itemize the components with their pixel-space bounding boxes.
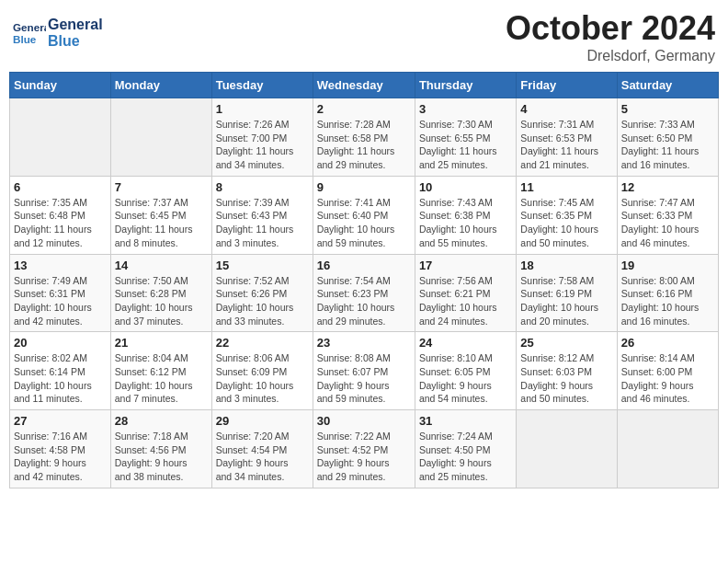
day-number: 27 (14, 414, 107, 428)
calendar-cell: 31Sunrise: 7:24 AM Sunset: 4:50 PM Dayli… (415, 410, 516, 488)
page-header: General Blue General Blue October 2024 D… (9, 9, 719, 64)
day-number: 3 (419, 102, 512, 116)
calendar-cell: 1Sunrise: 7:26 AM Sunset: 7:00 PM Daylig… (211, 98, 313, 177)
day-number: 4 (520, 102, 612, 116)
calendar-cell: 22Sunrise: 8:06 AM Sunset: 6:09 PM Dayli… (211, 332, 313, 410)
day-info: Sunrise: 7:47 AM Sunset: 6:33 PM Dayligh… (621, 196, 714, 250)
day-number: 18 (520, 259, 612, 272)
weekday-header: Sunday (10, 73, 111, 98)
calendar-cell: 6Sunrise: 7:35 AM Sunset: 6:48 PM Daylig… (10, 176, 111, 254)
day-info: Sunrise: 7:31 AM Sunset: 6:53 PM Dayligh… (520, 118, 612, 172)
calendar-cell: 2Sunrise: 7:28 AM Sunset: 6:58 PM Daylig… (313, 98, 415, 177)
weekday-header: Friday (517, 73, 617, 98)
calendar-cell: 8Sunrise: 7:39 AM Sunset: 6:43 PM Daylig… (211, 176, 313, 254)
day-info: Sunrise: 7:16 AM Sunset: 4:58 PM Dayligh… (14, 430, 107, 484)
day-number: 11 (520, 180, 612, 194)
calendar-cell: 7Sunrise: 7:37 AM Sunset: 6:45 PM Daylig… (110, 176, 211, 254)
day-info: Sunrise: 7:49 AM Sunset: 6:31 PM Dayligh… (14, 274, 107, 328)
day-number: 19 (621, 259, 714, 272)
day-info: Sunrise: 7:20 AM Sunset: 4:54 PM Dayligh… (216, 430, 309, 484)
day-number: 13 (14, 259, 107, 272)
day-info: Sunrise: 7:33 AM Sunset: 6:50 PM Dayligh… (621, 118, 714, 172)
day-info: Sunrise: 7:45 AM Sunset: 6:35 PM Dayligh… (520, 196, 612, 250)
day-info: Sunrise: 7:54 AM Sunset: 6:23 PM Dayligh… (317, 274, 411, 328)
calendar-cell: 4Sunrise: 7:31 AM Sunset: 6:53 PM Daylig… (517, 98, 617, 177)
day-number: 17 (419, 259, 512, 272)
location: Drelsdorf, Germany (506, 48, 715, 64)
day-number: 6 (14, 180, 107, 194)
title-block: October 2024 Drelsdorf, Germany (506, 9, 715, 64)
day-info: Sunrise: 7:37 AM Sunset: 6:45 PM Dayligh… (115, 196, 208, 250)
day-info: Sunrise: 8:14 AM Sunset: 6:00 PM Dayligh… (621, 351, 714, 406)
calendar-cell: 11Sunrise: 7:45 AM Sunset: 6:35 PM Dayli… (517, 176, 617, 254)
day-number: 22 (216, 336, 309, 350)
day-info: Sunrise: 8:00 AM Sunset: 6:16 PM Dayligh… (621, 274, 714, 328)
day-number: 8 (216, 180, 309, 194)
day-info: Sunrise: 7:30 AM Sunset: 6:55 PM Dayligh… (419, 118, 512, 172)
calendar-cell: 17Sunrise: 7:56 AM Sunset: 6:21 PM Dayli… (415, 254, 516, 332)
day-number: 9 (317, 180, 411, 194)
calendar-cell (10, 98, 111, 177)
day-number: 12 (621, 180, 714, 194)
day-number: 21 (115, 336, 208, 350)
day-info: Sunrise: 8:02 AM Sunset: 6:14 PM Dayligh… (14, 351, 107, 406)
day-info: Sunrise: 7:39 AM Sunset: 6:43 PM Dayligh… (216, 196, 309, 250)
calendar-cell: 25Sunrise: 8:12 AM Sunset: 6:03 PM Dayli… (517, 332, 617, 410)
day-info: Sunrise: 7:52 AM Sunset: 6:26 PM Dayligh… (216, 274, 309, 328)
logo: General Blue General Blue (13, 17, 103, 50)
calendar-cell: 30Sunrise: 7:22 AM Sunset: 4:52 PM Dayli… (313, 410, 415, 488)
calendar-cell: 24Sunrise: 8:10 AM Sunset: 6:05 PM Dayli… (415, 332, 516, 410)
day-number: 2 (317, 102, 411, 116)
day-info: Sunrise: 8:12 AM Sunset: 6:03 PM Dayligh… (520, 351, 612, 406)
calendar-cell (517, 410, 617, 488)
day-number: 23 (317, 336, 411, 350)
calendar-cell: 15Sunrise: 7:52 AM Sunset: 6:26 PM Dayli… (211, 254, 313, 332)
svg-text:Blue: Blue (13, 33, 37, 45)
day-info: Sunrise: 7:26 AM Sunset: 7:00 PM Dayligh… (216, 118, 309, 172)
day-info: Sunrise: 7:28 AM Sunset: 6:58 PM Dayligh… (317, 118, 411, 172)
calendar-cell: 5Sunrise: 7:33 AM Sunset: 6:50 PM Daylig… (617, 98, 718, 177)
day-info: Sunrise: 7:43 AM Sunset: 6:38 PM Dayligh… (419, 196, 512, 250)
day-info: Sunrise: 7:22 AM Sunset: 4:52 PM Dayligh… (317, 430, 411, 484)
svg-text:General: General (13, 21, 46, 33)
calendar-table: SundayMondayTuesdayWednesdayThursdayFrid… (9, 72, 719, 488)
calendar-cell: 16Sunrise: 7:54 AM Sunset: 6:23 PM Dayli… (313, 254, 415, 332)
day-info: Sunrise: 7:50 AM Sunset: 6:28 PM Dayligh… (115, 274, 208, 328)
calendar-cell: 13Sunrise: 7:49 AM Sunset: 6:31 PM Dayli… (10, 254, 111, 332)
calendar-cell: 23Sunrise: 8:08 AM Sunset: 6:07 PM Dayli… (313, 332, 415, 410)
calendar-cell: 19Sunrise: 8:00 AM Sunset: 6:16 PM Dayli… (617, 254, 718, 332)
day-number: 30 (317, 414, 411, 428)
weekday-header: Wednesday (313, 73, 415, 98)
day-number: 29 (216, 414, 309, 428)
day-number: 15 (216, 259, 309, 272)
day-number: 26 (621, 336, 714, 350)
day-info: Sunrise: 7:35 AM Sunset: 6:48 PM Dayligh… (14, 196, 107, 250)
day-number: 14 (115, 259, 208, 272)
day-info: Sunrise: 8:08 AM Sunset: 6:07 PM Dayligh… (317, 351, 411, 406)
calendar-cell: 29Sunrise: 7:20 AM Sunset: 4:54 PM Dayli… (211, 410, 313, 488)
day-number: 28 (115, 414, 208, 428)
calendar-cell (617, 410, 718, 488)
day-number: 5 (621, 102, 714, 116)
weekday-header: Thursday (415, 73, 516, 98)
day-info: Sunrise: 8:06 AM Sunset: 6:09 PM Dayligh… (216, 351, 309, 406)
logo-general: General (48, 17, 103, 33)
logo-icon: General Blue (13, 17, 46, 50)
calendar-cell: 14Sunrise: 7:50 AM Sunset: 6:28 PM Dayli… (110, 254, 211, 332)
weekday-header: Monday (110, 73, 211, 98)
day-number: 24 (419, 336, 512, 350)
calendar-cell: 26Sunrise: 8:14 AM Sunset: 6:00 PM Dayli… (617, 332, 718, 410)
calendar-cell: 12Sunrise: 7:47 AM Sunset: 6:33 PM Dayli… (617, 176, 718, 254)
calendar-cell: 28Sunrise: 7:18 AM Sunset: 4:56 PM Dayli… (110, 410, 211, 488)
day-number: 31 (419, 414, 512, 428)
day-number: 7 (115, 180, 208, 194)
month-title: October 2024 (506, 9, 715, 48)
day-info: Sunrise: 7:41 AM Sunset: 6:40 PM Dayligh… (317, 196, 411, 250)
day-number: 20 (14, 336, 107, 350)
day-info: Sunrise: 7:18 AM Sunset: 4:56 PM Dayligh… (115, 430, 208, 484)
day-number: 16 (317, 259, 411, 272)
calendar-cell: 3Sunrise: 7:30 AM Sunset: 6:55 PM Daylig… (415, 98, 516, 177)
calendar-cell: 18Sunrise: 7:58 AM Sunset: 6:19 PM Dayli… (517, 254, 617, 332)
day-info: Sunrise: 7:58 AM Sunset: 6:19 PM Dayligh… (520, 274, 612, 328)
day-info: Sunrise: 8:10 AM Sunset: 6:05 PM Dayligh… (419, 351, 512, 406)
